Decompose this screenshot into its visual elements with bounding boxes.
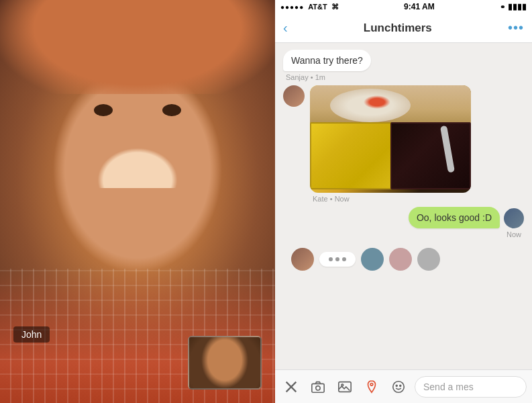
svg-point-3	[316, 386, 320, 390]
back-button[interactable]: ‹	[283, 20, 288, 36]
close-button[interactable]	[280, 376, 302, 398]
sent-bubble: Oo, looks good :D	[409, 207, 500, 228]
message-toolbar: Send a mes	[275, 369, 532, 403]
back-chevron-icon: ‹	[283, 20, 288, 36]
participants-row	[283, 242, 524, 276]
svg-point-9	[400, 385, 401, 386]
image-button[interactable]	[334, 376, 356, 398]
camera-icon	[311, 379, 325, 394]
message-sent-wrap: Oo, looks good :D	[283, 207, 524, 228]
close-icon	[284, 379, 299, 394]
status-bar: ●●●●● AT&T ⌘ 9:41 AM ⚭ ▮▮▮▮	[275, 0, 532, 13]
typing-dot-1	[329, 257, 333, 261]
emoji-icon	[391, 379, 406, 394]
typing-dot-2	[335, 257, 339, 261]
typing-indicator	[319, 252, 356, 267]
sent-avatar-face	[504, 208, 524, 228]
eyes	[94, 104, 181, 124]
separator: •	[311, 73, 315, 81]
caller-name-label: John	[13, 326, 50, 343]
message-time: 1m	[315, 73, 325, 81]
battery-icon: ▮▮▮▮	[508, 2, 527, 11]
status-time: 9:41 AM	[404, 2, 435, 11]
message-received-image: Kate • Now	[283, 85, 524, 203]
nav-bar: ‹ Lunchtimers •••	[275, 13, 532, 43]
chat-panel: ●●●●● AT&T ⌘ 9:41 AM ⚭ ▮▮▮▮ ‹ Lunchtimer…	[275, 0, 532, 403]
chat-title: Lunchtimers	[364, 21, 432, 35]
smile-area	[97, 148, 178, 188]
svg-rect-2	[312, 384, 324, 392]
sent-avatar	[504, 208, 524, 228]
participant-avatar-2	[361, 248, 384, 271]
hair	[0, 0, 275, 94]
bluetooth-icon: ⚭	[500, 3, 505, 11]
input-placeholder-text: Send a mes	[423, 382, 474, 392]
location-icon	[364, 379, 379, 394]
typing-dot-3	[342, 257, 346, 261]
self-video-face	[189, 337, 260, 388]
messages-area: Wanna try there? Sanjay • 1m	[275, 43, 532, 369]
svg-point-6	[370, 383, 373, 386]
emoji-button[interactable]	[388, 376, 409, 398]
participant-avatar-4	[417, 248, 440, 271]
image-message-content: Kate • Now	[310, 85, 471, 203]
sender-name: Sanjay	[286, 73, 309, 81]
right-eye	[162, 104, 181, 116]
image-icon	[337, 379, 352, 394]
sent-meta: Now	[283, 230, 524, 238]
food-tray-container	[310, 85, 471, 193]
food-image	[310, 85, 471, 193]
svg-point-7	[393, 381, 405, 392]
self-video-thumbnail	[188, 336, 262, 390]
image-time: Now	[335, 195, 350, 203]
image-sender: Kate	[313, 195, 328, 203]
separator2: •	[330, 195, 335, 203]
message-input[interactable]: Send a mes	[415, 376, 527, 398]
tray-top	[310, 85, 471, 126]
tray-beans	[390, 122, 471, 189]
image-meta: Kate • Now	[310, 195, 471, 203]
participant-avatar-1	[291, 248, 314, 271]
camera-button[interactable]	[307, 376, 329, 398]
kate-avatar	[283, 85, 305, 107]
video-call-panel: John	[0, 0, 275, 403]
svg-point-8	[396, 385, 397, 386]
message-sent-container: Oo, looks good :D Now	[283, 207, 524, 238]
status-left: ●●●●● AT&T ⌘	[280, 3, 339, 11]
wifi-icon: ⌘	[331, 3, 339, 11]
more-button[interactable]: •••	[508, 20, 524, 36]
status-right: ⚭ ▮▮▮▮	[500, 2, 527, 11]
participant-avatar-3	[389, 248, 412, 271]
food-garnish	[364, 95, 390, 109]
kate-avatar-face	[283, 85, 305, 107]
left-eye	[94, 104, 113, 116]
location-button[interactable]	[361, 376, 382, 398]
message-bubble: Wanna try there?	[283, 50, 371, 71]
message-received-text: Wanna try there? Sanjay • 1m	[283, 50, 371, 81]
svg-point-5	[341, 384, 343, 386]
message-meta: Sanjay • 1m	[283, 73, 371, 81]
signal-dots: ●●●●●	[280, 3, 304, 11]
carrier-name: AT&T	[308, 3, 327, 11]
